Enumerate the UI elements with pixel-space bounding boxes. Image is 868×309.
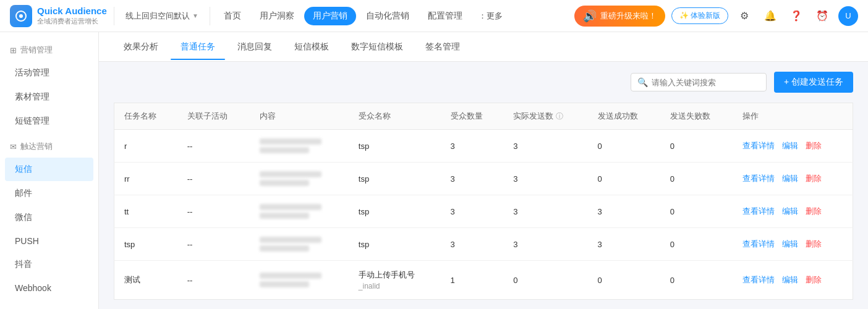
top-navigation: Quick Audience 全域消费者运营增长 线上回归空间默认 ▼ 首页 用… xyxy=(0,0,868,32)
view-detail-link[interactable]: 查看详情 xyxy=(742,206,775,217)
blur-line xyxy=(260,245,309,252)
action-links: 查看详情 编辑 删除 xyxy=(742,173,843,184)
nav-link-home[interactable]: 首页 xyxy=(215,7,250,25)
blur-line xyxy=(260,213,309,219)
edit-link[interactable]: 编辑 xyxy=(782,239,798,250)
nav-link-marketing[interactable]: 用户营销 xyxy=(304,7,356,25)
table-row: r -- tsp 3 3 0 0 xyxy=(114,130,853,163)
col-task-name: 任务名称 xyxy=(114,103,177,130)
try-new-button[interactable]: ✨ 体验新版 xyxy=(671,7,728,24)
action-links: 查看详情 编辑 删除 xyxy=(742,239,843,250)
search-box[interactable]: 🔍 xyxy=(631,73,767,91)
col-send-success: 发送成功数 xyxy=(588,103,660,130)
help-icon-btn[interactable]: ❓ xyxy=(786,6,806,26)
table-area: 🔍 + 创建发送任务 任务名称 关联子活动 内容 受众名称 受众数量 实际发送数… xyxy=(99,62,868,309)
info-icon[interactable]: ⓘ xyxy=(556,112,563,121)
edit-link[interactable]: 编辑 xyxy=(782,206,798,217)
sidebar-item-webhook[interactable]: Webhook xyxy=(5,277,93,299)
table-row: tsp -- tsp 3 3 3 0 xyxy=(114,228,853,261)
audience-name-main: 手动上传手机号 xyxy=(359,269,431,281)
cell-audience: tsp xyxy=(349,195,441,228)
view-detail-link[interactable]: 查看详情 xyxy=(742,140,775,151)
tab-sms-template[interactable]: 短信模板 xyxy=(284,34,339,60)
tab-message-reply[interactable]: 消息回复 xyxy=(228,34,282,60)
action-links: 查看详情 编辑 删除 xyxy=(742,140,843,151)
content-preview xyxy=(260,273,339,287)
sidebar-item-push[interactable]: PUSH xyxy=(5,230,93,252)
tab-digital-sms-template[interactable]: 数字短信模板 xyxy=(341,34,413,60)
nav-link-more[interactable]: ：更多 xyxy=(472,7,509,25)
sidebar-item-activities[interactable]: 活动管理 xyxy=(5,61,93,85)
blur-line xyxy=(260,237,321,243)
edit-link[interactable]: 编辑 xyxy=(782,274,798,286)
main-content: 效果分析 普通任务 消息回复 短信模板 数字短信模板 签名管理 🔍 + 创建发送… xyxy=(99,32,868,309)
table-toolbar: 🔍 + 创建发送任务 xyxy=(114,72,853,93)
cell-fail: 0 xyxy=(660,195,733,228)
sidebar-item-sms[interactable]: 短信 xyxy=(5,158,93,181)
sidebar-section-reach: ✉ 触达营销 xyxy=(0,133,98,157)
create-task-button[interactable]: + 创建发送任务 xyxy=(774,72,853,93)
content-preview xyxy=(260,237,339,252)
edit-link[interactable]: 编辑 xyxy=(782,140,798,151)
tab-signature[interactable]: 签名管理 xyxy=(415,34,470,60)
notification-icon-btn[interactable]: 🔔 xyxy=(760,6,780,26)
logo-text: Quick Audience 全域消费者运营增长 xyxy=(37,6,107,26)
cell-success: 0 xyxy=(588,163,660,195)
audience-name-sub: _inalid xyxy=(359,282,431,290)
cell-activity: -- xyxy=(177,228,250,261)
cell-actions: 查看详情 编辑 删除 xyxy=(733,163,853,195)
pagination: ‹ 1 › xyxy=(114,300,853,309)
cell-content xyxy=(250,130,349,163)
cell-success: 0 xyxy=(588,261,660,300)
settings-icon-btn[interactable]: ⚙ xyxy=(734,6,754,26)
delete-link[interactable]: 删除 xyxy=(806,239,822,250)
cell-audience: tsp xyxy=(349,163,441,195)
logo-subtitle: 全域消费者运营增长 xyxy=(37,17,107,26)
cell-activity: -- xyxy=(177,261,250,300)
upgrade-button[interactable]: 🔊 重磅升级来啦！ xyxy=(574,6,665,27)
sidebar-item-shortlink[interactable]: 短链管理 xyxy=(5,109,93,133)
sidebar-item-materials[interactable]: 素材管理 xyxy=(5,85,93,109)
sidebar-item-wechat[interactable]: 微信 xyxy=(5,206,93,229)
nav-link-automation[interactable]: 自动化营销 xyxy=(357,7,418,25)
tab-normal-tasks[interactable]: 普通任务 xyxy=(171,34,225,60)
cell-actions: 查看详情 编辑 删除 xyxy=(733,261,853,300)
cell-task-name: tsp xyxy=(114,228,177,261)
grid-icon: ⊞ xyxy=(10,46,17,55)
nav-link-insights[interactable]: 用户洞察 xyxy=(251,7,303,25)
audience-name-cell: 手动上传手机号 _inalid xyxy=(359,269,431,290)
nav-workspace-dropdown[interactable]: 线上回归空间默认 ▼ xyxy=(119,7,205,25)
content-preview xyxy=(260,204,339,219)
cell-activity: -- xyxy=(177,130,250,163)
cell-audience: tsp xyxy=(349,228,441,261)
blur-line xyxy=(260,204,321,210)
sidebar-item-email[interactable]: 邮件 xyxy=(5,182,93,205)
view-detail-link[interactable]: 查看详情 xyxy=(742,274,775,286)
nav-divider xyxy=(114,7,114,25)
view-detail-link[interactable]: 查看详情 xyxy=(742,173,775,184)
time-icon-btn[interactable]: ⏰ xyxy=(812,6,832,26)
cell-success: 0 xyxy=(588,130,660,163)
nav-divider2 xyxy=(210,7,210,25)
delete-link[interactable]: 删除 xyxy=(806,140,822,151)
tasks-table: 任务名称 关联子活动 内容 受众名称 受众数量 实际发送数 ⓘ 发送成功数 发送… xyxy=(114,103,853,300)
sidebar-section-title-1: ⊞ 营销管理 xyxy=(10,42,88,58)
cell-content xyxy=(250,195,349,228)
user-avatar[interactable]: U xyxy=(838,6,858,26)
blur-line xyxy=(260,273,321,279)
view-detail-link[interactable]: 查看详情 xyxy=(742,239,775,250)
nav-links: 首页 用户洞察 用户营销 自动化营销 配置管理 ：更多 xyxy=(215,7,574,25)
delete-link[interactable]: 删除 xyxy=(806,173,822,184)
sidebar-item-douyin[interactable]: 抖音 xyxy=(5,253,93,276)
delete-link[interactable]: 删除 xyxy=(806,206,822,217)
tab-effect-analysis[interactable]: 效果分析 xyxy=(114,34,168,60)
nav-workspace-label: 线上回归空间默认 xyxy=(126,11,190,22)
search-input[interactable] xyxy=(652,78,760,87)
cell-fail: 0 xyxy=(660,261,733,300)
send-icon: ✉ xyxy=(10,142,17,151)
edit-link[interactable]: 编辑 xyxy=(782,173,798,184)
delete-link[interactable]: 删除 xyxy=(806,274,822,286)
chevron-down-icon: ▼ xyxy=(192,12,198,19)
blur-line xyxy=(260,171,321,177)
nav-link-config[interactable]: 配置管理 xyxy=(419,7,471,25)
